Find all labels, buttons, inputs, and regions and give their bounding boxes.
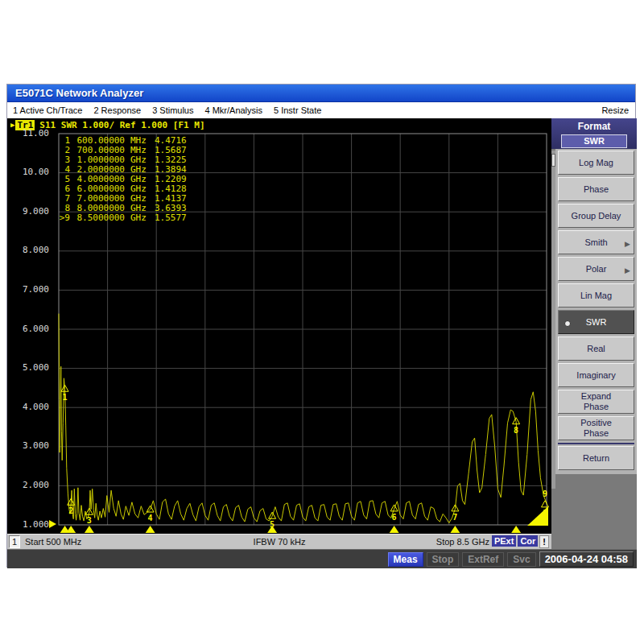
analyzer-window: E5071C Network Analyzer 1 Active Ch/Trac… (6, 84, 636, 568)
menu-1-active-ch-trace[interactable]: 1 Active Ch/Trace (7, 105, 88, 115)
softkey-lin-mag[interactable]: Lin Mag (558, 283, 634, 308)
menu-4-mkr-analysis[interactable]: 4 Mkr/Analysis (199, 105, 268, 115)
display-area: 1234567891 ▶ Tr1 S11 SWR 1.000/ Ref 1.00… (7, 118, 551, 534)
y-axis-tick: 2.000 (7, 481, 49, 490)
system-status-stop: Stop (427, 552, 460, 567)
softkey-menu: Format SWR Log MagPhaseGroup DelaySmith▶… (551, 118, 637, 549)
system-status-extref: ExtRef (462, 552, 504, 567)
svg-text:2: 2 (68, 506, 73, 515)
softkey-separator (558, 443, 634, 444)
title-bar: E5071C Network Analyzer (7, 85, 635, 102)
softkey-phase[interactable]: Phase (558, 177, 634, 201)
marker-table: 1600.00000MHz4.47162700.00000MHz1.568731… (56, 136, 203, 223)
ifbw-value: IFBW 70 kHz (7, 537, 551, 547)
system-status-meas: Meas (388, 552, 423, 567)
svg-text:7: 7 (452, 513, 457, 522)
submenu-arrow-icon: ▶ (625, 266, 630, 276)
svg-text:9: 9 (543, 489, 547, 498)
y-axis-tick: 4.000 (7, 402, 49, 412)
menu-2-response[interactable]: 2 Response (88, 105, 147, 115)
y-axis-tick: 3.000 (7, 441, 49, 451)
marker-table-row: >98.5000000GHz1.5577 (56, 213, 203, 223)
softkey-imaginary[interactable]: Imaginary (558, 363, 634, 387)
menu-bar: 1 Active Ch/Trace2 Response3 Stimulus4 M… (7, 102, 635, 118)
softkey-swr[interactable]: SWR (558, 310, 634, 334)
y-axis-tick: 1.000 (7, 520, 49, 530)
svg-text:4: 4 (148, 514, 153, 522)
y-axis-tick: 8.000 (7, 246, 49, 255)
softkey-menu-title: Format (551, 121, 637, 132)
softkey-log-mag[interactable]: Log Mag (558, 151, 634, 175)
resize-control[interactable]: Resize (601, 105, 635, 115)
active-trace-icon: ▶ (10, 121, 14, 129)
submenu-arrow-icon: ▶ (625, 239, 630, 250)
svg-text:3: 3 (87, 516, 92, 525)
svg-text:6: 6 (392, 513, 397, 522)
softkey-return[interactable]: Return (558, 446, 634, 470)
y-axis-tick: 7.000 (7, 285, 49, 295)
menu-3-stimulus[interactable]: 3 Stimulus (147, 105, 199, 115)
selected-bullet-icon (564, 320, 571, 327)
softkey-group-delay[interactable]: Group Delay (558, 204, 634, 228)
softkey-menu-header: Format SWR (551, 118, 637, 149)
y-axis-tick: 5.000 (7, 363, 49, 373)
svg-text:1: 1 (63, 393, 68, 402)
softkey-expand-phase[interactable]: ExpandPhase (558, 390, 634, 414)
menu-5-instr-state[interactable]: 5 Instr State (268, 105, 327, 115)
instrument-status-bar: MeasStopExtRefSvc 2006-04-24 04:58 (7, 549, 637, 568)
y-axis-tick: 10.00 (7, 167, 49, 177)
softkey-smith[interactable]: Smith▶ (558, 230, 634, 254)
y-axis-tick: 6.000 (7, 324, 49, 334)
window-title: E5071C Network Analyzer (7, 87, 143, 99)
y-axis-tick: 11.00 (7, 129, 49, 138)
y-axis-tick: 9.000 (7, 207, 49, 217)
page: E5071C Network Analyzer 1 Active Ch/Trac… (0, 0, 644, 644)
trace-settings: S11 SWR 1.000/ Ref 1.000 [F1 M] (39, 120, 204, 130)
softkey-menu-value: SWR (561, 134, 627, 148)
datetime-display: 2006-04-24 04:58 (539, 551, 634, 567)
softkey-real[interactable]: Real (558, 336, 634, 361)
system-status-svc: Svc (507, 552, 535, 567)
channel-status-bar: 1 Start 500 MHz IFBW 70 kHz Stop 8.5 GHz… (7, 534, 551, 549)
svg-text:8: 8 (514, 426, 518, 435)
softkey-positive-phase[interactable]: PositivePhase (558, 416, 634, 440)
softkey-polar[interactable]: Polar▶ (558, 257, 634, 281)
